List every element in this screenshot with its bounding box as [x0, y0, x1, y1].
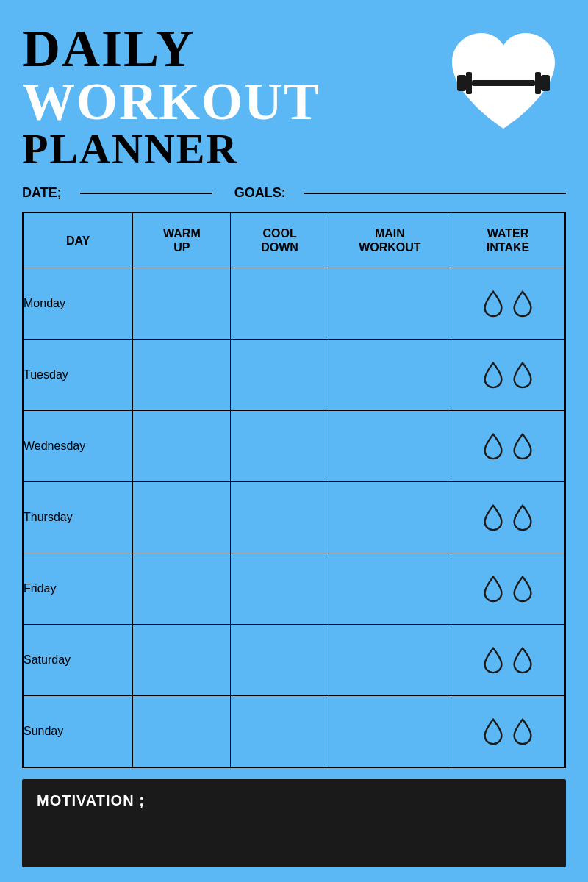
header: DAILY WORKOUT PLANNER: [22, 22, 566, 171]
day-cell: Friday: [23, 553, 133, 625]
cooldown-cell[interactable]: [231, 411, 329, 482]
svg-rect-0: [457, 75, 466, 91]
water-drop-icon: [481, 646, 505, 674]
warmup-cell[interactable]: [133, 268, 231, 340]
col-header-day: DAY: [23, 212, 133, 268]
cooldown-cell[interactable]: [231, 625, 329, 696]
water-drop-icon: [511, 361, 534, 389]
day-cell: Saturday: [23, 625, 133, 696]
day-cell: Sunday: [23, 696, 133, 767]
day-cell: Monday: [23, 268, 133, 340]
cooldown-cell[interactable]: [231, 268, 329, 340]
water-intake-cell[interactable]: [451, 411, 565, 482]
title-block: DAILY WORKOUT PLANNER: [22, 22, 320, 171]
date-label: DATE;: [22, 185, 62, 201]
water-drop-icon: [481, 575, 505, 603]
col-header-main: MAINWORKOUT: [329, 212, 451, 268]
warmup-cell[interactable]: [133, 696, 231, 767]
table-row: Friday: [23, 553, 565, 625]
warmup-cell[interactable]: [133, 553, 231, 625]
main-workout-cell[interactable]: [329, 625, 451, 696]
date-line: [80, 193, 212, 194]
cooldown-cell[interactable]: [231, 696, 329, 767]
col-header-water: WATERINTAKE: [451, 212, 565, 268]
motivation-label: MOTIVATION ;: [37, 792, 145, 808]
main-workout-cell[interactable]: [329, 482, 451, 553]
col-header-warmup: WARMUP: [133, 212, 231, 268]
title-daily: DAILY: [22, 22, 320, 75]
water-intake-cell[interactable]: [451, 625, 565, 696]
warmup-cell[interactable]: [133, 625, 231, 696]
table-row: Thursday: [23, 482, 565, 553]
day-cell: Thursday: [23, 482, 133, 553]
water-intake-cell[interactable]: [451, 268, 565, 340]
table-row: Monday: [23, 268, 565, 340]
water-drop-icon: [511, 575, 534, 603]
heart-dumbbell-icon: [441, 22, 566, 140]
motivation-section: MOTIVATION ;: [22, 779, 566, 867]
cooldown-cell[interactable]: [231, 340, 329, 411]
table-header-row: DAY WARMUP COOLDOWN MAINWORKOUT WATERINT…: [23, 212, 565, 268]
water-drops: [451, 717, 564, 745]
date-goals-row: DATE; GOALS:: [22, 185, 566, 201]
water-intake-cell[interactable]: [451, 696, 565, 767]
water-drop-icon: [481, 290, 505, 318]
cooldown-cell[interactable]: [231, 482, 329, 553]
svg-rect-4: [541, 75, 550, 91]
water-intake-cell[interactable]: [451, 340, 565, 411]
table-row: Tuesday: [23, 340, 565, 411]
water-drops: [451, 432, 564, 460]
workout-table: DAY WARMUP COOLDOWN MAINWORKOUT WATERINT…: [22, 212, 566, 768]
water-drop-icon: [511, 503, 534, 531]
main-workout-cell[interactable]: [329, 268, 451, 340]
table-row: Wednesday: [23, 411, 565, 482]
day-cell: Wednesday: [23, 411, 133, 482]
water-drops: [451, 575, 564, 603]
water-drop-icon: [481, 361, 505, 389]
water-drop-icon: [511, 646, 534, 674]
water-drop-icon: [511, 717, 534, 745]
water-drops: [451, 646, 564, 674]
page: DAILY WORKOUT PLANNER DATE; GOA: [0, 0, 588, 882]
water-drop-icon: [481, 432, 505, 460]
table-row: Sunday: [23, 696, 565, 767]
main-workout-cell[interactable]: [329, 340, 451, 411]
goals-line: [304, 193, 566, 194]
svg-rect-1: [466, 72, 472, 94]
water-intake-cell[interactable]: [451, 482, 565, 553]
warmup-cell[interactable]: [133, 340, 231, 411]
svg-rect-2: [472, 80, 535, 86]
main-workout-cell[interactable]: [329, 696, 451, 767]
main-workout-cell[interactable]: [329, 411, 451, 482]
title-planner: PLANNER: [22, 128, 320, 171]
title-workout: WORKOUT: [22, 75, 320, 128]
water-drops: [451, 361, 564, 389]
water-drop-icon: [511, 290, 534, 318]
day-cell: Tuesday: [23, 340, 133, 411]
cooldown-cell[interactable]: [231, 553, 329, 625]
water-intake-cell[interactable]: [451, 553, 565, 625]
table-row: Saturday: [23, 625, 565, 696]
svg-rect-3: [535, 72, 541, 94]
water-drops: [451, 290, 564, 318]
col-header-cooldown: COOLDOWN: [231, 212, 329, 268]
goals-label: GOALS:: [234, 185, 286, 201]
warmup-cell[interactable]: [133, 411, 231, 482]
water-drop-icon: [481, 503, 505, 531]
water-drop-icon: [511, 432, 534, 460]
water-drops: [451, 503, 564, 531]
main-workout-cell[interactable]: [329, 553, 451, 625]
warmup-cell[interactable]: [133, 482, 231, 553]
water-drop-icon: [481, 717, 505, 745]
